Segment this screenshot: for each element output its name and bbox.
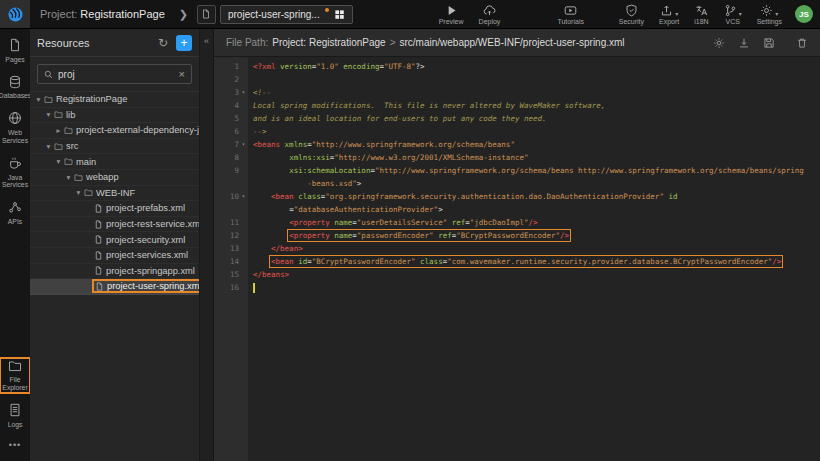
sidebar-item-label: Databases (0, 92, 31, 100)
code-line[interactable]: xsi:schemaLocation="http://www.springfra… (248, 164, 804, 177)
vcs-button[interactable]: ▾VCS (724, 4, 742, 25)
tree-node-label: project-user-spring.xml (107, 281, 199, 291)
tree-node-project-rest-service.xml[interactable]: project-rest-service.xml (30, 217, 199, 233)
tree-node-project-external-dependency-jars[interactable]: ▸project-external-dependency-jars (30, 123, 199, 139)
tree-toggle-icon[interactable]: ▾ (44, 142, 53, 151)
code-row: 14 <bean id="BCryptPasswordEncoder" clas… (214, 255, 820, 268)
code-line[interactable]: </beans> (248, 268, 289, 281)
code-line[interactable]: <bean id="BCryptPasswordEncoder" class="… (248, 255, 781, 268)
code-line[interactable]: ="databaseAuthenticationProvider"> (248, 203, 443, 216)
tree-node-main[interactable]: ▾main (30, 154, 199, 170)
tree-node-RegistrationPage[interactable]: ▾RegistrationPage (30, 92, 199, 108)
code-editor: File Path: Project: RegistrationPage > s… (214, 29, 820, 461)
code-line[interactable]: <property name="passwordEncoder" ref="BC… (248, 229, 569, 242)
wavemaker-logo-icon[interactable] (0, 0, 30, 28)
code-line[interactable]: xmlns:xsi="http://www.w3.org/2001/XMLSch… (248, 151, 528, 164)
code-area[interactable]: 1<?xml version="1.0" encoding="UTF-8"?>2… (214, 57, 820, 461)
i18n-button[interactable]: i18N (694, 4, 708, 25)
deploy-button[interactable]: Deploy (479, 4, 501, 25)
sidebar-item-java-services[interactable]: Java Services (1, 156, 29, 189)
tree-node-project-security.xml[interactable]: project-security.xml (30, 232, 199, 248)
coffee-icon (8, 156, 22, 172)
fold-toggle-icon[interactable]: ▾ (239, 190, 248, 203)
left-icon-rail: PagesDatabasesWeb ServicesJava ServicesA… (0, 29, 30, 461)
tree-node-label: project-external-dependency-jars (76, 125, 199, 135)
tree-node-project-services.xml[interactable]: project-services.xml (30, 248, 199, 264)
line-number: 15 (214, 268, 248, 281)
security-button[interactable]: Security (619, 4, 644, 25)
code-row: 13 </bean> (214, 242, 820, 255)
code-line[interactable]: <!-- (248, 86, 271, 99)
tree-toggle-icon[interactable]: ▾ (44, 110, 53, 119)
tree-node-label: webapp (86, 172, 119, 182)
user-avatar[interactable]: JS (795, 5, 813, 23)
sidebar-item-logs[interactable]: Logs (1, 403, 29, 429)
code-line[interactable]: -beans.xsd"> (248, 177, 361, 190)
tutorials-button[interactable]: Tutorials (557, 4, 584, 25)
tree-node-project-prefabs.xml[interactable]: project-prefabs.xml (30, 201, 199, 217)
tree-node-webapp[interactable]: ▾webapp (30, 170, 199, 186)
sidebar-item-web-services[interactable]: Web Services (1, 111, 29, 144)
fold-toggle-icon[interactable]: ▾ (239, 138, 248, 151)
code-line[interactable]: <beans xmlns="http://www.springframework… (248, 138, 515, 151)
preview-button[interactable]: Preview (439, 4, 464, 25)
sidebar-item-more[interactable]: ••• (1, 440, 29, 450)
tree-toggle-icon[interactable]: ▾ (34, 95, 43, 104)
tree-node-src[interactable]: ▾src (30, 139, 199, 155)
resources-search[interactable]: × (37, 64, 192, 84)
sidebar-item-databases[interactable]: Databases (1, 75, 29, 101)
sidebar-item-file-explorer[interactable]: File Explorer (1, 359, 29, 392)
chevron-down-icon: ▾ (675, 10, 678, 17)
code-line[interactable]: <property name="userDetailsService" ref=… (248, 216, 537, 229)
code-line[interactable]: </bean> (248, 242, 303, 255)
code-line[interactable]: <bean class="org.springframework.securit… (248, 190, 677, 203)
gear-icon[interactable] (713, 37, 725, 49)
settings-button[interactable]: ▾Settings (757, 4, 782, 25)
tree-node-project-springapp.xml[interactable]: project-springapp.xml (30, 264, 199, 280)
file-tree: ▾RegistrationPage▾lib▸project-external-d… (30, 91, 199, 461)
wavemaker-ide: Project: RegistrationPage ❯ project-user… (0, 0, 820, 461)
add-resource-button[interactable]: + (176, 35, 192, 51)
fold-toggle-icon[interactable]: ▾ (239, 86, 248, 99)
export-button[interactable]: ▾Export (659, 4, 679, 25)
collapse-panel-icon[interactable]: « (204, 36, 209, 461)
download-icon[interactable] (738, 37, 750, 49)
editor-header: File Path: Project: RegistrationPage > s… (214, 29, 820, 57)
file-path-value: src/main/webapp/WEB-INF/project-user-spr… (400, 37, 625, 48)
annotation-highlight-box: project-user-spring.xml (93, 280, 199, 292)
tree-toggle-icon[interactable]: ▾ (64, 173, 73, 182)
search-input[interactable] (58, 69, 174, 80)
tree-toggle-icon[interactable]: ▸ (54, 126, 63, 135)
resources-header: Resources ↻ + (30, 29, 199, 57)
code-row: 1<?xml version="1.0" encoding="UTF-8"?> (214, 60, 820, 73)
shield-icon (625, 4, 638, 17)
code-line[interactable]: and is an ideal location for end-users t… (248, 112, 547, 125)
code-line[interactable]: --> (248, 125, 267, 138)
line-number: 13 (214, 242, 248, 255)
gear-icon (760, 4, 773, 17)
toolbar-item-label: Tutorials (557, 18, 584, 25)
top-toolbar: Project: RegistrationPage ❯ project-user… (0, 0, 820, 29)
tree-toggle-icon[interactable]: ▾ (74, 188, 83, 197)
trash-icon[interactable] (796, 37, 808, 49)
toolbar-left-actions: PreviewDeployTutorials (439, 4, 584, 25)
code-line[interactable]: <?xml version="1.0" encoding="UTF-8"?> (248, 60, 425, 73)
code-line[interactable] (248, 281, 255, 294)
sidebar-item-pages[interactable]: Pages (1, 38, 29, 64)
tree-node-lib[interactable]: ▾lib (30, 108, 199, 124)
sidebar-item-apis[interactable]: APIs (1, 200, 29, 226)
grid-icon[interactable] (334, 9, 345, 20)
refresh-icon[interactable]: ↻ (158, 37, 168, 49)
tab-project-user-spring[interactable]: project-user-spring... (220, 5, 353, 24)
code-row: -beans.xsd"> (214, 177, 820, 190)
clear-search-icon[interactable]: × (179, 69, 185, 80)
search-icon (44, 70, 53, 79)
save-icon[interactable] (763, 37, 775, 49)
code-line[interactable]: Local spring modifications. This file is… (248, 99, 605, 112)
code-row: 2 (214, 73, 820, 86)
tree-toggle-icon[interactable]: ▾ (54, 157, 63, 166)
tree-node-project-user-spring.xml[interactable]: project-user-spring.xml (30, 279, 199, 295)
toolbar-item-label: Preview (439, 18, 464, 25)
tree-node-WEB-INF[interactable]: ▾WEB-INF (30, 186, 199, 202)
file-icon[interactable] (197, 5, 216, 24)
